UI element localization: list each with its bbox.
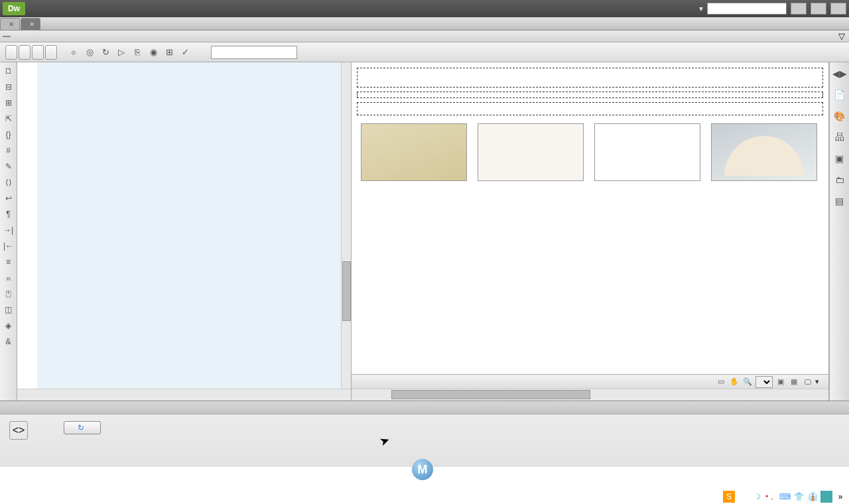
close-icon[interactable]: ✕ xyxy=(9,21,14,28)
visual-aids-icon[interactable]: ⊞ xyxy=(162,45,176,60)
apply-comment-icon[interactable]: ⍝ xyxy=(3,272,15,284)
refresh-button[interactable]: ↻ xyxy=(64,421,101,434)
hidden-chars-icon[interactable]: ¶ xyxy=(3,208,15,220)
ime-mode-icon[interactable] xyxy=(820,491,832,503)
word-wrap-icon[interactable]: ↩ xyxy=(3,192,15,204)
code-editor[interactable] xyxy=(37,62,351,401)
line-gutter xyxy=(17,62,37,401)
validate-icon[interactable]: ✓ xyxy=(178,45,192,60)
refresh-icon[interactable]: ↻ xyxy=(98,45,113,60)
doc-tab-2[interactable]: ✕ xyxy=(21,18,40,30)
syntax-icon[interactable]: ⟨⟩ xyxy=(3,176,15,188)
select-tool-icon[interactable]: ▭ xyxy=(716,377,726,387)
keyboard-icon[interactable]: ⌨ xyxy=(779,491,791,503)
document-toolbar: ⟐ ◎ ↻ ▷ ⎘ ◉ ⊞ ✓ xyxy=(0,42,849,62)
business-catalyst-icon[interactable]: ▣ xyxy=(832,151,847,166)
code-pane[interactable] xyxy=(17,62,352,401)
gallery-image-3[interactable] xyxy=(594,123,700,181)
live-code-icon[interactable]: ⟐ xyxy=(66,45,81,60)
moon-icon[interactable]: ☽ xyxy=(751,491,763,503)
hand-tool-icon[interactable]: ✋ xyxy=(729,377,740,387)
indent-icon[interactable]: →| xyxy=(3,224,15,236)
minimize-button[interactable] xyxy=(791,3,807,15)
collapse-icon[interactable]: ⊟ xyxy=(3,81,15,93)
code-toolbar: 🗋 ⊟ ⊞ ⇱ {} # ✎ ⟨⟩ ↩ ¶ →| |← ≡ ⍝ ⍞ ◫ ◈ & xyxy=(0,62,17,401)
ime-icon[interactable]: S xyxy=(723,491,735,503)
outdent-icon[interactable]: |← xyxy=(3,240,15,252)
document-tabs: ✕ ✕ xyxy=(0,17,849,31)
shirt-icon[interactable]: 👔 xyxy=(807,491,818,503)
preview-text xyxy=(358,92,822,97)
gallery-image-2[interactable] xyxy=(478,123,584,181)
inspect-icon[interactable]: ◎ xyxy=(82,45,97,60)
window-size-icon[interactable]: ▣ xyxy=(775,377,786,387)
maximize-button[interactable] xyxy=(811,3,826,15)
app-logo: Dw xyxy=(3,2,25,15)
dashed-region-top[interactable] xyxy=(357,68,823,88)
move-css-icon[interactable]: ◈ xyxy=(3,320,15,332)
expand-icon[interactable]: ⊞ xyxy=(3,97,15,109)
zoom-tool-icon[interactable]: 🔍 xyxy=(742,377,753,387)
design-hscrollbar[interactable] xyxy=(352,389,828,401)
assets-panel-icon[interactable]: ▤ xyxy=(832,194,847,208)
gallery-image-4[interactable] xyxy=(711,123,817,181)
doc-tab-1[interactable]: ✕ xyxy=(0,18,20,30)
workspace-switcher[interactable]: ▾ xyxy=(699,4,703,13)
zoom-select[interactable] xyxy=(755,376,773,388)
watermark-icon: M xyxy=(412,459,433,480)
properties-panel: <> ↻ xyxy=(0,401,849,467)
main-area: 🗋 ⊟ ⊞ ⇱ {} # ✎ ⟨⟩ ↩ ¶ →| |← ≡ ⍝ ⍞ ◫ ◈ & xyxy=(0,62,849,401)
screen-icon[interactable]: 🖵 xyxy=(802,377,813,387)
panel-dock: ◀▶ 📄 🎨 品 ▣ 🗀 ▤ xyxy=(829,62,849,401)
browser-icon[interactable]: ▷ xyxy=(114,45,129,60)
related-files-bar: ▽ xyxy=(0,31,849,42)
file-mgmt-icon[interactable]: ⎘ xyxy=(130,45,145,60)
line-numbers-icon[interactable]: # xyxy=(3,145,15,157)
format-icon[interactable]: ≡ xyxy=(3,256,15,268)
preview-icon[interactable]: ◉ xyxy=(146,45,161,60)
balance-braces-icon[interactable]: {} xyxy=(3,129,15,141)
css-panel-icon[interactable]: 🎨 xyxy=(832,109,847,123)
recent-snippet-icon[interactable]: ◫ xyxy=(3,304,15,316)
insert-panel-icon[interactable]: 📄 xyxy=(832,88,847,102)
select-parent-icon[interactable]: ⇱ xyxy=(3,113,15,125)
person-icon[interactable]: 👕 xyxy=(793,491,805,503)
search-input[interactable] xyxy=(707,3,787,15)
dashed-region-mid[interactable] xyxy=(357,102,823,115)
close-icon[interactable]: ✕ xyxy=(29,21,34,28)
punct-icon[interactable]: •， xyxy=(765,491,777,503)
reference-icon[interactable]: & xyxy=(3,336,15,347)
chevron-icon[interactable]: » xyxy=(834,491,846,503)
design-statusbar: ▭ ✋ 🔍 ▣ ▦ 🖵 ▾ xyxy=(352,374,828,389)
menubar: Dw ▾ xyxy=(0,0,849,17)
media-query-icon[interactable]: ▦ xyxy=(789,377,799,387)
gallery-image-1[interactable] xyxy=(361,123,467,181)
open-docs-icon[interactable]: 🗋 xyxy=(3,65,15,77)
design-view-button[interactable] xyxy=(32,45,44,60)
highlight-icon[interactable]: ✎ xyxy=(3,160,15,172)
source-code-pill[interactable] xyxy=(3,36,11,37)
system-tray: S ☽ •， ⌨ 👕 👔 » xyxy=(720,489,849,504)
filter-icon[interactable]: ▽ xyxy=(838,31,845,41)
code-view-button[interactable] xyxy=(5,45,17,60)
code-hscrollbar[interactable] xyxy=(17,389,351,401)
code-view-icon: <> xyxy=(9,421,28,440)
split-view-button[interactable] xyxy=(19,45,31,60)
close-button[interactable] xyxy=(830,3,846,15)
code-vscrollbar[interactable] xyxy=(341,62,351,389)
ap-elements-icon[interactable]: 品 xyxy=(832,130,847,145)
files-panel-icon[interactable]: 🗀 xyxy=(832,172,847,187)
title-input[interactable] xyxy=(211,46,297,59)
properties-tab[interactable] xyxy=(0,401,849,414)
lang-icon[interactable] xyxy=(737,491,749,503)
watermark: M xyxy=(412,459,437,480)
live-view-button[interactable] xyxy=(45,45,57,60)
gallery xyxy=(357,119,823,185)
remove-comment-icon[interactable]: ⍞ xyxy=(3,288,15,300)
dashed-paragraph-box[interactable] xyxy=(357,92,823,98)
expand-panels-icon[interactable]: ◀▶ xyxy=(832,66,847,81)
design-pane[interactable]: ▭ ✋ 🔍 ▣ ▦ 🖵 ▾ xyxy=(352,62,829,401)
window-size-text: ▾ xyxy=(815,377,819,386)
